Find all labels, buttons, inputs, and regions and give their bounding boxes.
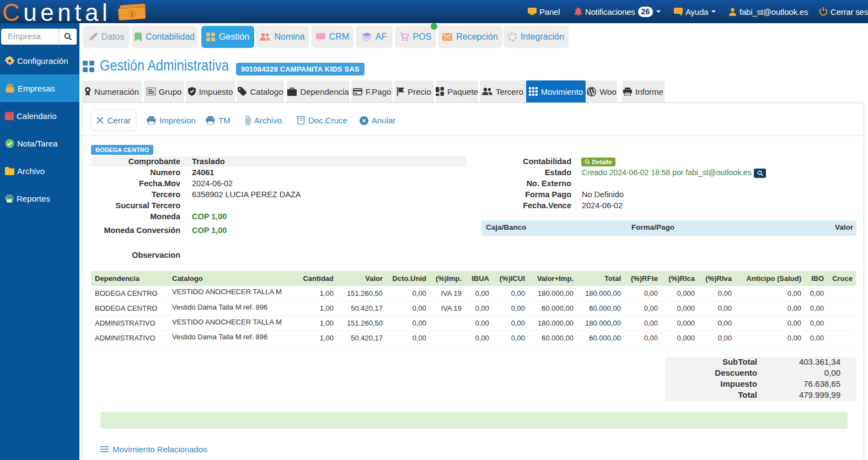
svg-text:×: × bbox=[122, 13, 125, 17]
svg-text:×: × bbox=[140, 11, 142, 15]
svg-text:$: $ bbox=[130, 10, 134, 18]
